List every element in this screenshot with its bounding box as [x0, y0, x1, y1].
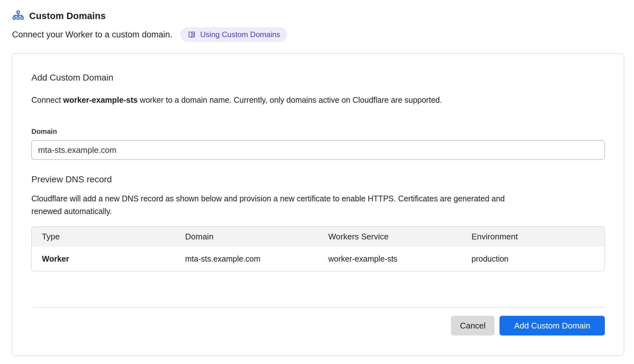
description-suffix: worker to a domain name. Currently, only… [138, 95, 442, 104]
cancel-button[interactable]: Cancel [451, 316, 494, 335]
add-custom-domain-card: Add Custom Domain Connect worker-example… [12, 53, 624, 356]
column-header-domain: Domain [175, 227, 318, 246]
dns-preview-table: Type Domain Workers Service Environment … [31, 226, 605, 271]
page-header: Custom Domains Connect your Worker to a … [0, 0, 634, 42]
table-header-row: Type Domain Workers Service Environment [32, 227, 605, 246]
add-custom-domain-button[interactable]: Add Custom Domain [500, 316, 605, 335]
footer-divider [31, 307, 605, 308]
page-subtitle: Connect your Worker to a custom domain. [12, 30, 172, 40]
cell-environment: production [461, 246, 605, 271]
card-description: Connect worker-example-sts worker to a d… [31, 95, 605, 105]
docs-link-label: Using Custom Domains [200, 30, 280, 39]
column-header-environment: Environment [461, 227, 605, 246]
preview-dns-description: Cloudflare will add a new DNS record as … [31, 192, 507, 218]
docs-link-badge[interactable]: Using Custom Domains [180, 27, 287, 42]
worker-name: worker-example-sts [63, 95, 138, 104]
sitemap-icon [12, 10, 24, 22]
preview-dns-heading: Preview DNS record [31, 174, 605, 185]
card-heading: Add Custom Domain [31, 73, 605, 83]
cell-type: Worker [32, 246, 175, 271]
footer-actions: Cancel Add Custom Domain [31, 316, 605, 335]
domain-form-group: Domain [31, 127, 605, 160]
subtitle-row: Connect your Worker to a custom domain. … [12, 27, 634, 42]
cell-domain: mta-sts.example.com [175, 246, 318, 271]
domain-label: Domain [31, 127, 605, 136]
description-prefix: Connect [31, 95, 63, 104]
domain-input[interactable] [31, 140, 605, 160]
column-header-type: Type [32, 227, 175, 246]
title-row: Custom Domains [12, 10, 634, 22]
cell-workers-service: worker-example-sts [318, 246, 461, 271]
table-row: Worker mta-sts.example.com worker-exampl… [32, 246, 605, 271]
column-header-workers-service: Workers Service [318, 227, 461, 246]
page-title: Custom Domains [29, 11, 106, 21]
open-book-icon [187, 30, 196, 39]
